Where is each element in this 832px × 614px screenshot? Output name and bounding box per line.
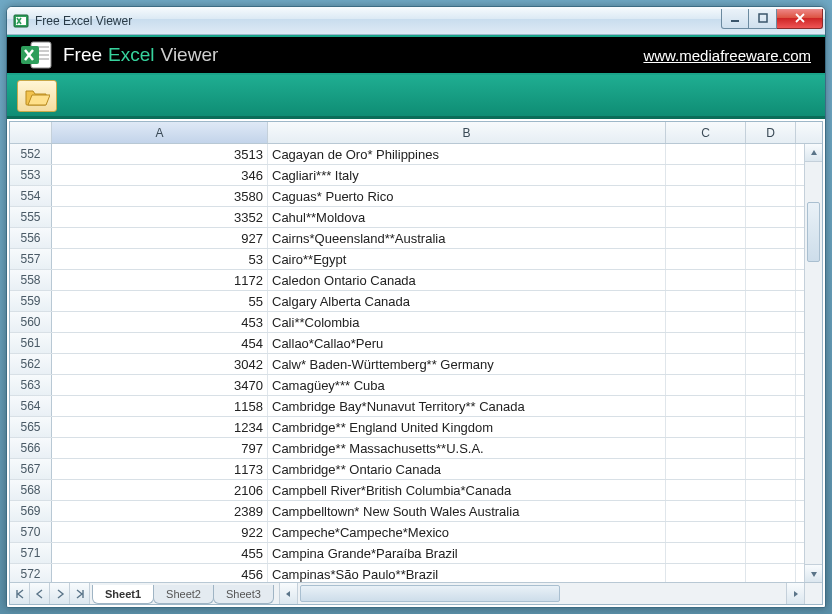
cell-b[interactable]: Callao*Callao*Peru (268, 333, 666, 353)
sheet-tab-1[interactable]: Sheet1 (92, 585, 154, 604)
cell-a[interactable]: 1172 (52, 270, 268, 290)
row-header[interactable]: 553 (10, 165, 52, 185)
column-header-c[interactable]: C (666, 122, 746, 143)
row-header[interactable]: 565 (10, 417, 52, 437)
rows-viewport[interactable]: 5523513Cagayan de Oro* Philippines553346… (10, 144, 822, 582)
sheet-tab-2[interactable]: Sheet2 (153, 585, 214, 604)
cell-a[interactable]: 55 (52, 291, 268, 311)
cell-c[interactable] (666, 354, 746, 374)
cell-c[interactable] (666, 564, 746, 582)
cell-b[interactable]: Campbell River*British Columbia*Canada (268, 480, 666, 500)
cell-b[interactable]: Caledon Ontario Canada (268, 270, 666, 290)
column-header-b[interactable]: B (268, 122, 666, 143)
cell-b[interactable]: Cairo**Egypt (268, 249, 666, 269)
cell-a[interactable]: 927 (52, 228, 268, 248)
row-header[interactable]: 571 (10, 543, 52, 563)
cell-d[interactable] (746, 165, 796, 185)
cell-d[interactable] (746, 249, 796, 269)
cell-d[interactable] (746, 207, 796, 227)
cell-c[interactable] (666, 249, 746, 269)
cell-b[interactable]: Calgary Alberta Canada (268, 291, 666, 311)
cell-b[interactable]: Cairns*Queensland**Australia (268, 228, 666, 248)
row-header[interactable]: 563 (10, 375, 52, 395)
row-header[interactable]: 562 (10, 354, 52, 374)
hscroll-thumb[interactable] (300, 585, 560, 602)
cell-a[interactable]: 1173 (52, 459, 268, 479)
open-file-button[interactable] (17, 80, 57, 112)
cell-d[interactable] (746, 375, 796, 395)
cell-c[interactable] (666, 186, 746, 206)
cell-a[interactable]: 454 (52, 333, 268, 353)
cell-a[interactable]: 2389 (52, 501, 268, 521)
row-header[interactable]: 555 (10, 207, 52, 227)
cell-a[interactable]: 456 (52, 564, 268, 582)
cell-c[interactable] (666, 459, 746, 479)
cell-d[interactable] (746, 459, 796, 479)
resize-grip[interactable] (804, 583, 822, 604)
cell-c[interactable] (666, 417, 746, 437)
scroll-down-button[interactable] (805, 564, 822, 582)
vscroll-thumb[interactable] (807, 202, 820, 262)
column-header-d[interactable]: D (746, 122, 796, 143)
hscroll-track[interactable] (298, 583, 786, 604)
row-header[interactable]: 556 (10, 228, 52, 248)
cell-c[interactable] (666, 291, 746, 311)
scroll-left-button[interactable] (280, 583, 298, 604)
cell-d[interactable] (746, 354, 796, 374)
cell-d[interactable] (746, 291, 796, 311)
row-header[interactable]: 554 (10, 186, 52, 206)
cell-d[interactable] (746, 564, 796, 582)
sheet-nav-first[interactable] (10, 583, 30, 604)
cell-d[interactable] (746, 501, 796, 521)
vscroll-track[interactable] (805, 162, 822, 564)
cell-b[interactable]: Cambridge** Massachusetts**U.S.A. (268, 438, 666, 458)
cell-d[interactable] (746, 270, 796, 290)
scroll-right-button[interactable] (786, 583, 804, 604)
sheet-tab-3[interactable]: Sheet3 (213, 585, 274, 604)
cell-b[interactable]: Calw* Baden-Württemberg** Germany (268, 354, 666, 374)
cell-b[interactable]: Cali**Colombia (268, 312, 666, 332)
cell-c[interactable] (666, 228, 746, 248)
cell-d[interactable] (746, 312, 796, 332)
cell-d[interactable] (746, 186, 796, 206)
cell-b[interactable]: Cambridge Bay*Nunavut Territory** Canada (268, 396, 666, 416)
sheet-nav-prev[interactable] (30, 583, 50, 604)
row-header[interactable]: 569 (10, 501, 52, 521)
cell-c[interactable] (666, 480, 746, 500)
cell-b[interactable]: Campbelltown* New South Wales Australia (268, 501, 666, 521)
select-all-corner[interactable] (10, 122, 52, 143)
cell-d[interactable] (746, 543, 796, 563)
row-header[interactable]: 564 (10, 396, 52, 416)
cell-b[interactable]: Campinas*São Paulo**Brazil (268, 564, 666, 582)
row-header[interactable]: 552 (10, 144, 52, 164)
cell-a[interactable]: 53 (52, 249, 268, 269)
cell-c[interactable] (666, 543, 746, 563)
cell-d[interactable] (746, 417, 796, 437)
column-header-a[interactable]: A (52, 122, 268, 143)
cell-a[interactable]: 3470 (52, 375, 268, 395)
cell-b[interactable]: Caguas* Puerto Rico (268, 186, 666, 206)
cell-b[interactable]: Cambridge** Ontario Canada (268, 459, 666, 479)
cell-a[interactable]: 1234 (52, 417, 268, 437)
close-button[interactable] (777, 9, 823, 29)
row-header[interactable]: 561 (10, 333, 52, 353)
maximize-button[interactable] (749, 9, 777, 29)
cell-d[interactable] (746, 438, 796, 458)
cell-c[interactable] (666, 396, 746, 416)
row-header[interactable]: 567 (10, 459, 52, 479)
cell-c[interactable] (666, 207, 746, 227)
cell-c[interactable] (666, 438, 746, 458)
row-header[interactable]: 560 (10, 312, 52, 332)
row-header[interactable]: 557 (10, 249, 52, 269)
horizontal-scrollbar[interactable] (279, 583, 804, 604)
cell-a[interactable]: 3580 (52, 186, 268, 206)
cell-c[interactable] (666, 522, 746, 542)
cell-b[interactable]: Camagüey*** Cuba (268, 375, 666, 395)
cell-d[interactable] (746, 333, 796, 353)
row-header[interactable]: 559 (10, 291, 52, 311)
cell-c[interactable] (666, 501, 746, 521)
cell-b[interactable]: Campeche*Campeche*Mexico (268, 522, 666, 542)
row-header[interactable]: 572 (10, 564, 52, 582)
cell-b[interactable]: Cambridge** England United Kingdom (268, 417, 666, 437)
cell-c[interactable] (666, 270, 746, 290)
